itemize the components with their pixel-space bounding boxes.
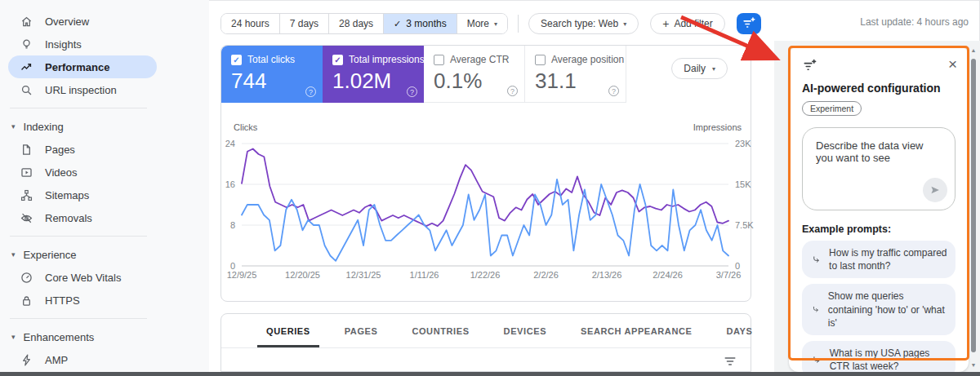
prompt-arrow-icon [812, 353, 822, 367]
bolt-icon [20, 353, 33, 367]
sidebar-divider [10, 108, 147, 108]
y-tick-label: 8 [230, 220, 235, 230]
left-axis-ticks: 241680 [216, 137, 235, 276]
videos-icon [20, 166, 33, 179]
sidebar-divider [10, 318, 147, 319]
sitemaps-icon [20, 188, 33, 202]
sidebar-item-removals[interactable]: Removals [8, 206, 157, 229]
metric-label: Average CTR [450, 54, 509, 65]
search-type-button[interactable]: Search type: Web [528, 13, 639, 34]
sidebar-item-core-web-vitals[interactable]: Core Web Vitals [8, 266, 157, 289]
tab-pages[interactable]: PAGES [327, 314, 395, 347]
chevron-down-icon [712, 65, 715, 73]
x-tick-label: 1/22/26 [470, 270, 501, 280]
sidebar-item-videos[interactable]: Videos [8, 161, 157, 184]
window-bottom-edge [0, 372, 980, 376]
unchecked-checkbox[interactable] [535, 55, 546, 65]
sidebar-item-performance[interactable]: Performance [8, 55, 157, 78]
example-prompt-3[interactable]: What is my USA pages CTR last week? [802, 341, 956, 376]
range-more-button[interactable]: More [457, 14, 507, 33]
granularity-dropdown[interactable]: Daily [671, 58, 728, 79]
checked-checkbox[interactable] [231, 55, 242, 65]
x-tick-label: 12/20/25 [285, 270, 320, 280]
range-24-hours-button[interactable]: 24 hours [221, 14, 279, 33]
lightbulb-icon [20, 38, 33, 51]
scroll-up-arrow[interactable] [969, 47, 978, 53]
x-axis-ticks: 12/9/2512/20/2512/31/251/11/261/22/262/2… [240, 270, 730, 283]
sidebar-item-amp[interactable]: AMP [8, 348, 157, 371]
sidebar-section-indexing[interactable]: Indexing [0, 115, 209, 138]
help-icon[interactable] [608, 86, 619, 96]
time-series-chart[interactable]: Clicks Impressions 241680 23K15K7.5K0 12… [240, 137, 730, 276]
ai-filter-button[interactable] [737, 13, 761, 34]
chevron-down-icon [11, 122, 16, 130]
section-label: Indexing [24, 121, 64, 133]
y-tick-label: 15K [735, 179, 751, 189]
unchecked-checkbox[interactable] [434, 55, 444, 65]
x-tick-label: 2/2/26 [533, 270, 559, 280]
total-clicks-tile[interactable]: Total clicks 744 [221, 46, 323, 103]
sidebar-item-sitemaps[interactable]: Sitemaps [8, 184, 157, 206]
range-3-months-button[interactable]: 3 months [383, 14, 457, 33]
table-filter-icon[interactable] [723, 355, 737, 368]
right-axis-ticks: 23K15K7.5K0 [735, 137, 763, 276]
tab-search-appearance[interactable]: SEARCH APPEARANCE [564, 314, 709, 347]
prompt-arrow-icon [812, 253, 821, 267]
chevron-down-icon [623, 20, 626, 28]
scrollbar-thumb[interactable] [971, 59, 976, 352]
example-prompt-2[interactable]: Show me queries containing 'how to' or '… [802, 284, 956, 335]
checked-checkbox[interactable] [332, 55, 343, 65]
sidebar-item-insights[interactable]: Insights [8, 33, 157, 55]
right-axis-title: Impressions [693, 122, 742, 132]
sidebar-section-experience[interactable]: Experience [0, 243, 209, 266]
average-position-tile[interactable]: Average position 31.1 [525, 46, 626, 103]
sidebar-item-url-inspection[interactable]: URL inspection [8, 78, 157, 101]
metric-value: 1.02M [332, 69, 416, 94]
tab-queries[interactable]: QUERIES [249, 314, 327, 347]
tab-devices[interactable]: DEVICES [487, 314, 564, 347]
average-ctr-tile[interactable]: Average CTR 0.1% [424, 46, 525, 103]
send-icon [929, 184, 941, 196]
sidebar-item-label: Removals [45, 212, 92, 224]
tab-days[interactable]: DAYS [709, 314, 769, 347]
chevron-down-icon [494, 20, 497, 28]
y-tick-label: 23K [735, 139, 751, 148]
tab-countries[interactable]: COUNTRIES [394, 314, 486, 347]
example-prompt-1[interactable]: How is my traffic compared to last month… [802, 241, 956, 278]
sidebar-item-overview[interactable]: Overview [8, 10, 157, 33]
help-icon[interactable] [507, 86, 518, 96]
ai-prompt-input[interactable] [803, 128, 955, 185]
metric-label: Total impressions [349, 54, 425, 65]
sidebar-section-enhancements[interactable]: Enhancements [0, 325, 209, 348]
help-icon[interactable] [407, 86, 417, 97]
plus-icon [662, 17, 669, 30]
sidebar-item-label: AMP [45, 354, 68, 366]
ai-prompt-box [802, 127, 956, 210]
send-button[interactable] [923, 178, 947, 202]
x-tick-label: 1/11/26 [410, 270, 439, 280]
sidebar-item-https[interactable]: HTTPS [8, 289, 157, 312]
panel-scrollbar[interactable] [969, 47, 978, 370]
x-tick-label: 3/7/26 [716, 270, 742, 280]
metric-label: Total clicks [247, 54, 295, 65]
home-icon [20, 15, 33, 29]
sidebar-item-label: HTTPS [45, 294, 80, 307]
sidebar-item-label: URL inspection [45, 84, 117, 96]
left-axis-title: Clicks [234, 122, 257, 132]
close-icon[interactable] [948, 58, 957, 71]
experiment-badge: Experiment [802, 101, 862, 116]
range-7-days-button[interactable]: 7 days [279, 14, 328, 33]
y-tick-label: 7.5K [735, 220, 754, 230]
scroll-down-arrow[interactable] [969, 362, 978, 368]
sidebar-item-pages[interactable]: Pages [8, 138, 157, 161]
toolbar-divider [518, 15, 519, 33]
x-tick-label: 12/9/25 [227, 270, 257, 280]
help-icon[interactable] [305, 86, 316, 97]
lock-icon [20, 294, 33, 307]
x-tick-label: 2/13/26 [592, 270, 622, 280]
dimension-tabs: QUERIES PAGES COUNTRIES DEVICES SEARCH A… [221, 314, 751, 348]
range-28-days-button[interactable]: 28 days [328, 14, 383, 33]
search-console-performance-page: Overview Insights Performance URL inspec… [0, 0, 980, 376]
add-filter-button[interactable]: Add filter [650, 13, 725, 34]
total-impressions-tile[interactable]: Total impressions 1.02M [323, 46, 424, 103]
